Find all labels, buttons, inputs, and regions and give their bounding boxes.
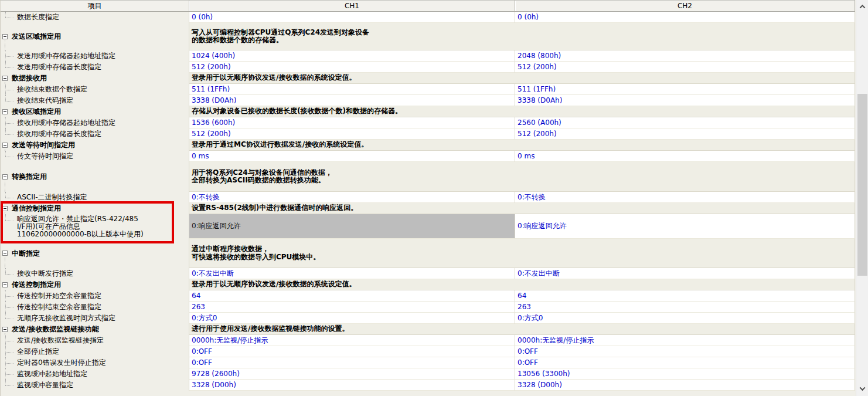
description-cell: 写入从可编程控制器CPU通过Q系列C24发送到对象设备 的数据和数据个数的存储器… — [189, 23, 855, 50]
chevron-down-icon — [859, 385, 865, 391]
value-cell-ch2[interactable]: 2560 (A00h) — [515, 117, 855, 128]
value-cell-ch1[interactable]: 0:不转换 — [189, 192, 515, 203]
collapse-minus-icon[interactable] — [2, 174, 8, 180]
value-cell-ch1[interactable]: 0:方式0 — [189, 313, 515, 324]
collapse-minus-icon[interactable] — [2, 76, 8, 81]
value-cell-ch1[interactable]: 3328 (D00h) — [189, 380, 515, 391]
value-cell-ch2[interactable]: 3328 (D00h) — [515, 380, 855, 391]
scroll-up-button[interactable] — [856, 1, 868, 12]
value-cell-ch1[interactable]: 512 (200h) — [189, 128, 515, 140]
grid-header-row: 项目 CH1 CH2 — [1, 0, 856, 12]
value-cell-ch2[interactable]: 0:不发出中断 — [515, 268, 855, 279]
tree-child-item[interactable]: 接收中断发行指定 — [1, 268, 189, 279]
value-cell-ch1[interactable]: 0:不发出中断 — [189, 268, 515, 279]
tree-section-item[interactable]: 传送控制指定用 — [1, 279, 189, 290]
value-cell-ch2[interactable]: 0:OFF — [515, 357, 855, 368]
value-cell-ch2[interactable]: 0:响应返回允许 — [515, 214, 855, 239]
collapse-minus-icon[interactable] — [2, 34, 8, 39]
tree-section-item[interactable]: 数据接收用 — [1, 73, 189, 84]
tree-child-item[interactable]: 监视缓冲起始地址指定 — [1, 368, 189, 380]
table-row: 监视缓冲容量指定3328 (D00h)3328 (D00h) — [1, 380, 856, 391]
value-cell-ch1[interactable]: 0:OFF — [189, 346, 515, 357]
value-cell-ch1[interactable]: 0:OFF — [189, 357, 515, 368]
tree-section-item[interactable]: 发送/接收数据监视链接功能 — [1, 324, 189, 335]
value-cell-ch1[interactable]: 511 (1FFh) — [189, 84, 515, 95]
value-cell-ch1[interactable]: 1024 (400h) — [189, 50, 515, 62]
vertical-scrollbar[interactable] — [856, 0, 868, 396]
value-cell-ch1[interactable]: 0 (0h) — [189, 12, 515, 23]
tree-connector-line — [5, 192, 6, 198]
collapse-minus-icon[interactable] — [2, 143, 8, 148]
tree-child-item[interactable]: ASCII-二进制转换指定 — [1, 192, 189, 203]
value-cell-ch2[interactable]: 0000h:无监视/停止指示 — [515, 335, 855, 346]
column-header-item[interactable]: 项目 — [1, 0, 189, 12]
value-cell-ch1[interactable]: 64 — [189, 290, 515, 302]
column-header-ch1[interactable]: CH1 — [189, 0, 515, 12]
tree-child-item[interactable]: 发送/接收数据监视链接指定 — [1, 335, 189, 346]
tree-child-item[interactable]: 全部停止指定 — [1, 346, 189, 357]
tree-child-item[interactable]: 传文等待时间指定 — [1, 151, 189, 162]
tree-section-item[interactable]: 发送区域指定用 — [1, 23, 189, 50]
value-cell-ch2[interactable]: 512 (200h) — [515, 128, 855, 140]
scrollbar-thumb[interactable] — [857, 94, 867, 276]
tree-child-item[interactable]: 无顺序无接收监视时间方式指定 — [1, 313, 189, 324]
value-cell-ch2[interactable]: 0:不转换 — [515, 192, 855, 203]
column-header-ch2[interactable]: CH2 — [515, 0, 855, 12]
tree-child-item[interactable]: 响应返回允许・禁止指定(RS-422/485 I/F用)(可在产品信息 1106… — [1, 214, 189, 239]
tree-child-item[interactable]: 发送用缓冲存储器长度指定 — [1, 62, 189, 73]
value-cell-ch2[interactable]: 512 (200h) — [515, 62, 855, 73]
tree-child-item[interactable]: 数据长度指定 — [1, 12, 189, 23]
item-label: 传送控制指定用 — [12, 281, 61, 289]
tree-connector-line — [5, 214, 6, 221]
tree-connector-line — [5, 380, 6, 385]
minus-glyph — [4, 285, 6, 285]
tree-connector-stub — [5, 319, 13, 319]
value-cell-ch1[interactable]: 1536 (600h) — [189, 117, 515, 128]
collapse-minus-icon[interactable] — [2, 251, 8, 256]
scroll-down-button[interactable] — [856, 383, 868, 394]
value-cell-ch1[interactable]: 9728 (2600h) — [189, 368, 515, 380]
collapse-minus-icon[interactable] — [2, 282, 8, 287]
tree-child-item[interactable]: 接收用缓冲存储器长度指定 — [1, 128, 189, 140]
tree-child-item[interactable]: 监视缓冲容量指定 — [1, 380, 189, 391]
collapse-minus-icon[interactable] — [2, 206, 8, 211]
value-cell-ch1[interactable]: 0 ms — [189, 151, 515, 162]
tree-section-item[interactable]: 转换指定用 — [1, 162, 189, 192]
tree-child-item[interactable]: 发送用缓冲存储器起始地址指定 — [1, 50, 189, 62]
tree-connector-line — [5, 268, 6, 274]
value-cell-ch1[interactable]: 263 — [189, 302, 515, 313]
tree-section-item[interactable]: 发送等待时间指定用 — [1, 140, 189, 151]
tree-child-item[interactable]: 接收用缓冲存储器起始地址指定 — [1, 117, 189, 128]
value-cell-ch2[interactable]: 0:方式0 — [515, 313, 855, 324]
tree-child-item[interactable]: 定时器0错误发生时停止指定 — [1, 357, 189, 368]
collapse-minus-icon[interactable] — [2, 327, 8, 332]
tree-child-item[interactable]: 传送控制开始空余容量指定 — [1, 290, 189, 302]
value-cell-ch2[interactable]: 0 (0h) — [515, 12, 855, 23]
item-label: 中断指定 — [12, 250, 40, 258]
value-cell-ch1[interactable]: 512 (200h) — [189, 62, 515, 73]
value-cell-ch2[interactable]: 0:OFF — [515, 346, 855, 357]
value-cell-ch2[interactable]: 3338 (D0Ah) — [515, 95, 855, 106]
description-cell: 用于将Q系列C24与对象设备间通信的数据， 全部转换为ASCII码数据的数据转换… — [189, 162, 855, 192]
tree-child-item[interactable]: 接收结束数据个数指定 — [1, 84, 189, 95]
item-label: 接收中断发行指定 — [17, 270, 73, 277]
tree-child-item[interactable]: 传送控制结束空余容量指定 — [1, 302, 189, 313]
value-cell-ch1[interactable]: 3338 (D0Ah) — [189, 95, 515, 106]
value-cell-ch2[interactable]: 64 — [515, 290, 855, 302]
value-cell-ch1[interactable]: 0000h:无监视/停止指示 — [189, 335, 515, 346]
value-cell-ch2[interactable]: 263 — [515, 302, 855, 313]
table-row: 发送区域指定用写入从可编程控制器CPU通过Q系列C24发送到对象设备 的数据和数… — [1, 23, 856, 50]
value-cell-ch2[interactable]: 0 ms — [515, 151, 855, 162]
value-cell-ch2[interactable]: 2048 (800h) — [515, 50, 855, 62]
tree-section-item[interactable]: 通信控制指定用 — [1, 203, 189, 214]
item-label: 传文等待时间指定 — [17, 153, 73, 160]
value-cell-ch2[interactable]: 13056 (3300h) — [515, 368, 855, 380]
value-cell-ch2[interactable]: 511 (1FFh) — [515, 84, 855, 95]
tree-child-item[interactable]: 接收结束代码指定 — [1, 95, 189, 106]
tree-section-item[interactable]: 接收区域指定用 — [1, 106, 189, 117]
selected-value-cell-ch1[interactable]: 0:响应返回允许 — [189, 214, 515, 239]
tree-section-item[interactable]: 中断指定 — [1, 239, 189, 268]
collapse-minus-icon[interactable] — [2, 109, 8, 114]
table-row: ASCII-二进制转换指定0:不转换0:不转换 — [1, 192, 856, 203]
description-cell: 设置RS-485(2线制)中进行数据通信时的响应返回。 — [189, 203, 855, 214]
